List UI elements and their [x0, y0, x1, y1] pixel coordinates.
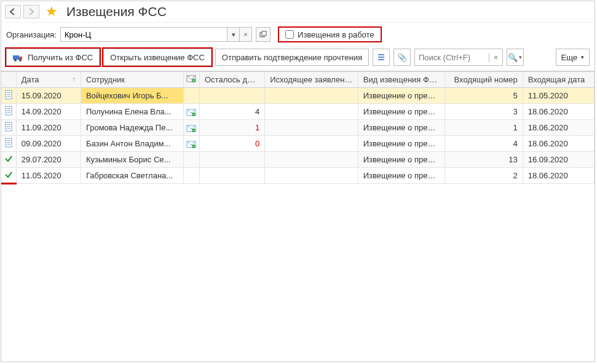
- svg-rect-23: [7, 126, 10, 127]
- in-progress-label: Извещения в работе: [298, 30, 374, 39]
- svg-rect-30: [7, 144, 10, 144]
- col-type[interactable]: Вид извещения ФСС: [358, 72, 445, 88]
- magnify-icon: 🔍: [508, 53, 518, 62]
- page-title: Извещения ФСС: [66, 4, 167, 19]
- col-status-icon[interactable]: [1, 72, 16, 88]
- svg-rect-8: [378, 59, 384, 60]
- svg-rect-18: [7, 112, 10, 113]
- organization-input[interactable]: [61, 28, 227, 41]
- more-label: Еще: [561, 53, 577, 62]
- cell-outgoing: [265, 88, 358, 104]
- svg-rect-13: [7, 94, 10, 95]
- search-input[interactable]: [415, 53, 489, 62]
- notices-table[interactable]: Дата ↑ Сотрудник Осталось дней Исходящее…: [1, 71, 595, 184]
- col-envelope[interactable]: [183, 72, 199, 88]
- table-row[interactable]: 11.05.2020Габровская Светлана...Извещени…: [1, 168, 595, 184]
- cell-days-left: 1: [199, 120, 264, 136]
- get-from-fss-button[interactable]: Получить из ФСС: [6, 49, 100, 66]
- cell-days-left: [199, 152, 264, 168]
- col-in-num[interactable]: Входящий номер: [445, 72, 523, 88]
- table-row[interactable]: 14.09.2020Полунина Елена Вла...4Извещени…: [1, 104, 595, 120]
- envelope-header-icon: [186, 75, 196, 82]
- organization-open-button[interactable]: [256, 27, 271, 42]
- truck-icon: [13, 52, 24, 62]
- cell-days-left: 0: [199, 136, 264, 152]
- table-row[interactable]: 11.09.2020Громова Надежда Пе...1Извещени…: [1, 120, 595, 136]
- cell-in-num: 2: [445, 168, 523, 184]
- sort-asc-icon: ↑: [72, 75, 76, 82]
- table-row[interactable]: 15.09.2020Войцехович Игорь Б...Извещение…: [1, 88, 595, 104]
- col-in-date[interactable]: Входящая дата: [523, 72, 594, 88]
- cell-date: 15.09.2020: [16, 88, 81, 104]
- cell-in-date: 16.09.2020: [523, 152, 594, 168]
- cell-days-left: [199, 168, 264, 184]
- organization-combo[interactable]: ▾ ×: [60, 27, 252, 42]
- cell-in-date: 11.05.2020: [523, 88, 594, 104]
- open-notice-button[interactable]: Открыть извещение ФСС: [103, 49, 212, 66]
- paperclip-icon: 📎: [397, 53, 407, 62]
- cell-employee: Габровская Светлана...: [81, 168, 183, 184]
- svg-rect-29: [7, 142, 10, 143]
- open-notice-label: Открыть извещение ФСС: [110, 53, 205, 62]
- table-row[interactable]: 29.07.2020Кузьминых Борис Се...Извещение…: [1, 152, 595, 168]
- cell-in-num: 13: [445, 152, 523, 168]
- chevron-down-icon: ▾: [519, 54, 522, 60]
- attachment-button[interactable]: 📎: [393, 49, 411, 66]
- cell-in-num: 3: [445, 104, 523, 120]
- svg-rect-6: [378, 54, 384, 55]
- organization-dropdown-icon[interactable]: ▾: [227, 28, 239, 41]
- col-days-left[interactable]: Осталось дней: [199, 72, 264, 88]
- nav-back-button[interactable]: [5, 5, 21, 18]
- svg-rect-28: [7, 140, 10, 141]
- col-employee[interactable]: Сотрудник: [81, 72, 183, 88]
- list-icon: [377, 53, 385, 61]
- in-progress-filter[interactable]: Извещения в работе: [278, 26, 382, 42]
- row-status-icon: [1, 136, 16, 152]
- cell-type: Извещение о предст...: [358, 88, 445, 104]
- send-confirm-button[interactable]: Отправить подтверждение прочтения: [215, 49, 369, 66]
- cell-employee: Громова Надежда Пе...: [81, 120, 183, 136]
- cell-in-date: 18.06.2020: [523, 168, 594, 184]
- col-outgoing[interactable]: Исходящее заявление: [265, 72, 358, 88]
- col-date[interactable]: Дата ↑: [16, 72, 81, 88]
- favorite-star-icon[interactable]: ★: [45, 4, 58, 20]
- cell-outgoing: [265, 168, 358, 184]
- nav-forward-button[interactable]: [23, 5, 39, 18]
- search-box[interactable]: ×: [414, 49, 503, 66]
- cell-in-date: 18.06.2020: [523, 120, 594, 136]
- organization-clear-icon[interactable]: ×: [239, 28, 251, 41]
- cell-days-left: [199, 88, 264, 104]
- row-status-icon: [1, 152, 16, 168]
- list-view-button[interactable]: [373, 49, 390, 66]
- cell-employee: Кузьминых Борис Се...: [81, 152, 183, 168]
- cell-days-left: 4: [199, 104, 264, 120]
- in-progress-checkbox[interactable]: [285, 30, 294, 39]
- svg-point-4: [14, 59, 17, 61]
- chevron-down-icon: ▾: [581, 54, 584, 60]
- cell-outgoing: [265, 152, 358, 168]
- cell-in-date: 18.06.2020: [523, 104, 594, 120]
- cell-date: 11.05.2020: [16, 168, 81, 184]
- organization-label: Организация:: [6, 30, 57, 39]
- row-status-icon: [1, 104, 16, 120]
- svg-rect-7: [378, 57, 384, 58]
- cell-date: 14.09.2020: [16, 104, 81, 120]
- send-confirm-label: Отправить подтверждение прочтения: [222, 53, 362, 62]
- cell-employee: Полунина Елена Вла...: [81, 104, 183, 120]
- get-from-fss-label: Получить из ФСС: [28, 53, 93, 62]
- cell-employee: Базин Антон Владим...: [81, 136, 183, 152]
- cell-type: Извещение о предст...: [358, 152, 445, 168]
- cell-in-date: 18.06.2020: [523, 136, 594, 152]
- table-row[interactable]: 09.09.2020Базин Антон Владим...0Извещени…: [1, 136, 595, 152]
- cell-employee: Войцехович Игорь Б...: [81, 88, 183, 104]
- cell-envelope-icon: [183, 136, 199, 152]
- cell-envelope-icon: [183, 120, 199, 136]
- svg-rect-12: [7, 92, 10, 93]
- cell-outgoing: [265, 104, 358, 120]
- cell-in-num: 1: [445, 120, 523, 136]
- advanced-search-button[interactable]: 🔍 ▾: [507, 49, 524, 66]
- cell-type: Извещение о предст...: [358, 136, 445, 152]
- more-menu-button[interactable]: Еще ▾: [556, 49, 590, 66]
- search-clear-icon[interactable]: ×: [489, 53, 502, 62]
- cell-type: Извещение о предст...: [358, 104, 445, 120]
